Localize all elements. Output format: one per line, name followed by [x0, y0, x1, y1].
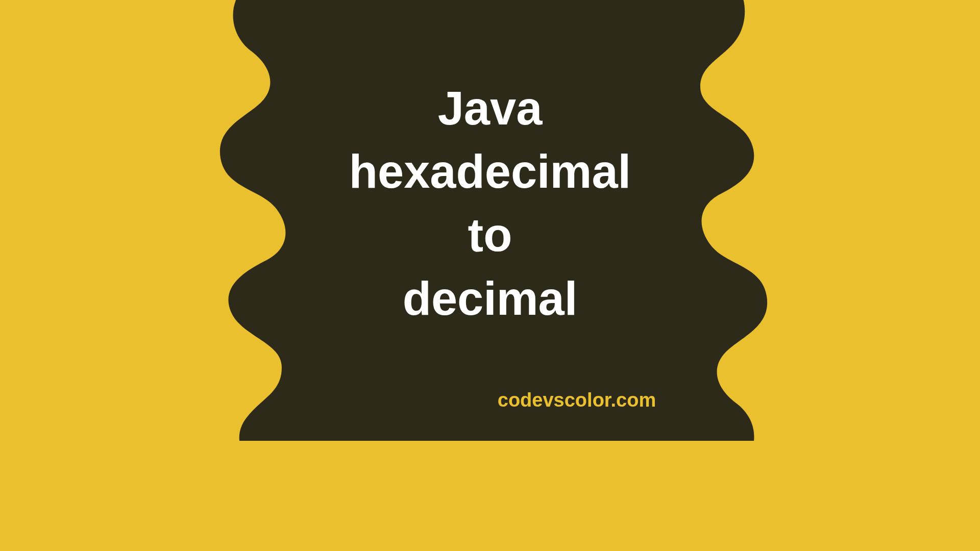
title-line-4: decimal — [98, 267, 882, 330]
title-line-1: Java — [98, 77, 882, 140]
title-block: Java hexadecimal to decimal — [98, 77, 882, 330]
title-line-2: hexadecimal — [98, 140, 882, 203]
banner-canvas: Java hexadecimal to decimal codevscolor.… — [0, 0, 980, 551]
title-line-3: to — [98, 203, 882, 266]
banner-graphic: Java hexadecimal to decimal codevscolor.… — [98, 0, 882, 441]
website-label: codevscolor.com — [98, 389, 882, 411]
